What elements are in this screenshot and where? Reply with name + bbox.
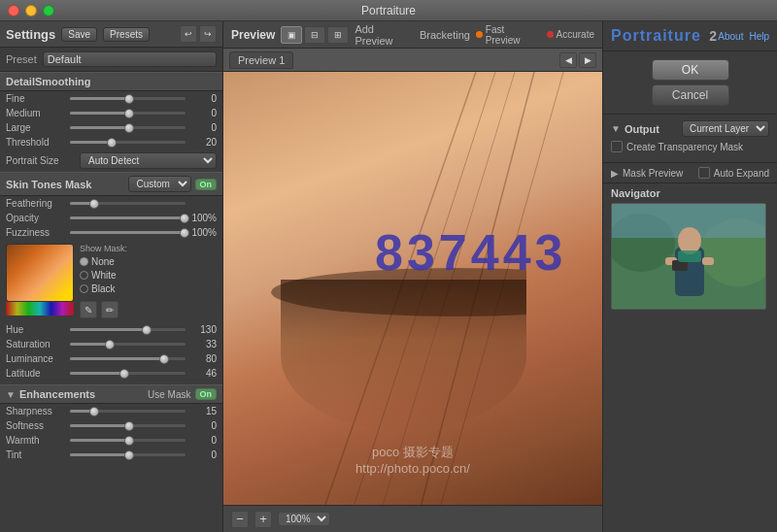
close-button[interactable]	[8, 5, 19, 17]
skin-tones-mask-header: Skin Tones Mask Custom On	[0, 172, 222, 196]
show-mask-black[interactable]: Black	[80, 283, 127, 294]
black-radio[interactable]	[80, 284, 88, 293]
warmth-value: 0	[189, 435, 217, 446]
accurate-option[interactable]: Accurate	[547, 29, 594, 40]
large-slider-row: Large 0	[0, 120, 222, 135]
eyedropper-remove-icon[interactable]: ✏	[101, 301, 118, 318]
output-select[interactable]: Current Layer	[682, 120, 769, 137]
medium-label: Medium	[6, 108, 66, 118]
svg-rect-15	[678, 250, 701, 262]
output-section: ▼ Output Current Layer Create Transparen…	[603, 115, 777, 163]
minimize-button[interactable]	[25, 5, 37, 17]
preset-label: Preset	[6, 53, 37, 65]
zoom-minus-button[interactable]: −	[231, 511, 249, 528]
saturation-slider[interactable]	[70, 343, 186, 346]
warmth-label: Warmth	[6, 435, 66, 446]
preview-bottom-bar: − + 100%	[223, 505, 602, 532]
mask-preview-section: ▶ Mask Preview Auto Expand	[603, 163, 777, 183]
main-layout: Settings Save Presets ↩ ↪ Preset Default…	[0, 21, 777, 532]
use-mask-label: Use Mask	[148, 389, 190, 400]
color-swatch[interactable]	[6, 244, 74, 302]
preview-image-area: 837443 poco 摄影专题 http://photo.poco.cn/	[223, 72, 602, 505]
skin-tones-custom-select[interactable]: Custom	[128, 176, 191, 192]
warmth-slider[interactable]	[70, 439, 186, 442]
softness-label: Softness	[6, 420, 66, 431]
auto-expand-checkbox[interactable]	[698, 167, 710, 179]
detail-smoothing-header: DetailSmoothing	[0, 72, 222, 91]
cancel-button[interactable]: Cancel	[652, 84, 729, 106]
preview-label: Preview	[231, 28, 275, 42]
opacity-slider-row: Opacity 100%	[0, 211, 222, 225]
mask-preview-triangle-icon: ▶	[611, 168, 619, 179]
save-button[interactable]: Save	[61, 27, 97, 42]
prev-arrow-icon[interactable]: ◀	[559, 52, 577, 68]
fine-label: Fine	[6, 93, 66, 104]
eyedropper-add-icon[interactable]: ✎	[80, 301, 97, 318]
fast-preview-label: Fast Preview	[486, 24, 541, 46]
bracketing-button[interactable]: Bracketing	[420, 29, 470, 41]
sharpness-slider[interactable]	[70, 410, 186, 413]
navigator-thumbnail[interactable]	[611, 203, 766, 310]
help-link[interactable]: Help	[749, 31, 769, 42]
tint-slider[interactable]	[70, 453, 186, 456]
ok-button[interactable]: OK	[652, 59, 729, 81]
medium-slider[interactable]	[70, 112, 186, 115]
enhancements-triangle-icon: ▼	[6, 389, 16, 400]
portrait-size-select[interactable]: Auto Detect	[80, 152, 217, 169]
show-mask-label: Show Mask:	[80, 244, 127, 253]
hue-slider-row: Hue 130	[0, 322, 222, 337]
show-mask-white[interactable]: White	[80, 270, 127, 281]
preset-select[interactable]: Default	[43, 51, 217, 67]
help-links: About Help	[718, 31, 769, 42]
accurate-dot-icon	[547, 31, 554, 38]
toolbar-icons: ↩ ↪	[180, 25, 217, 43]
large-value: 0	[189, 122, 217, 133]
fast-preview-option[interactable]: Fast Preview	[476, 24, 541, 46]
next-arrow-icon[interactable]: ▶	[579, 52, 596, 68]
medium-slider-row: Medium 0	[0, 106, 222, 120]
medium-value: 0	[189, 108, 217, 118]
output-triangle-icon: ▼	[611, 123, 621, 134]
redo-icon[interactable]: ↪	[199, 25, 217, 43]
preview-watermark: poco 摄影专题 http://photo.poco.cn/	[355, 444, 470, 476]
warmth-slider-row: Warmth 0	[0, 433, 222, 448]
threshold-slider[interactable]	[70, 141, 186, 144]
opacity-slider[interactable]	[70, 216, 186, 219]
softness-slider[interactable]	[70, 424, 186, 427]
presets-button[interactable]: Presets	[103, 27, 150, 42]
navigator-section: Navigator	[603, 183, 777, 532]
show-mask-none[interactable]: None	[80, 256, 127, 267]
about-link[interactable]: About	[718, 31, 743, 42]
split-preview-icon[interactable]: ⊟	[304, 26, 325, 44]
color-spectrum-bar[interactable]	[6, 302, 74, 316]
preview-tab-1[interactable]: Preview 1	[229, 51, 293, 69]
preview-image	[223, 72, 602, 505]
large-slider[interactable]	[70, 126, 186, 129]
settings-label: Settings	[6, 27, 55, 42]
feathering-slider[interactable]	[70, 202, 186, 205]
single-preview-icon[interactable]: ▣	[281, 26, 302, 44]
undo-icon[interactable]: ↩	[180, 25, 197, 43]
portraiture-header: Portraiture 2 About Help	[603, 21, 777, 51]
opacity-label: Opacity	[6, 213, 66, 223]
white-radio[interactable]	[80, 271, 88, 280]
create-transparency-checkbox[interactable]	[611, 141, 623, 152]
latitude-slider[interactable]	[70, 372, 186, 375]
preset-row: Preset Default	[0, 48, 222, 72]
sharpness-slider-row: Sharpness 15	[0, 404, 222, 418]
luminance-slider[interactable]	[70, 357, 186, 360]
preview-number: 837443	[375, 223, 567, 282]
white-label: White	[91, 270, 117, 281]
zoom-plus-button[interactable]: +	[254, 511, 272, 528]
none-radio[interactable]	[80, 257, 88, 266]
maximize-button[interactable]	[43, 5, 54, 17]
add-preview-button[interactable]: Add Preview	[355, 23, 414, 47]
skin-tones-on-badge: On	[195, 179, 218, 190]
center-panel: Preview ▣ ⊟ ⊞ Add Preview Bracketing Fas…	[223, 21, 602, 532]
fine-slider[interactable]	[70, 97, 186, 100]
zoom-select[interactable]: 100%	[278, 512, 330, 526]
hue-slider[interactable]	[70, 328, 186, 331]
auto-expand-label: Auto Expand	[714, 168, 769, 179]
fuzziness-slider[interactable]	[70, 231, 186, 234]
multi-preview-icon[interactable]: ⊞	[327, 26, 349, 44]
